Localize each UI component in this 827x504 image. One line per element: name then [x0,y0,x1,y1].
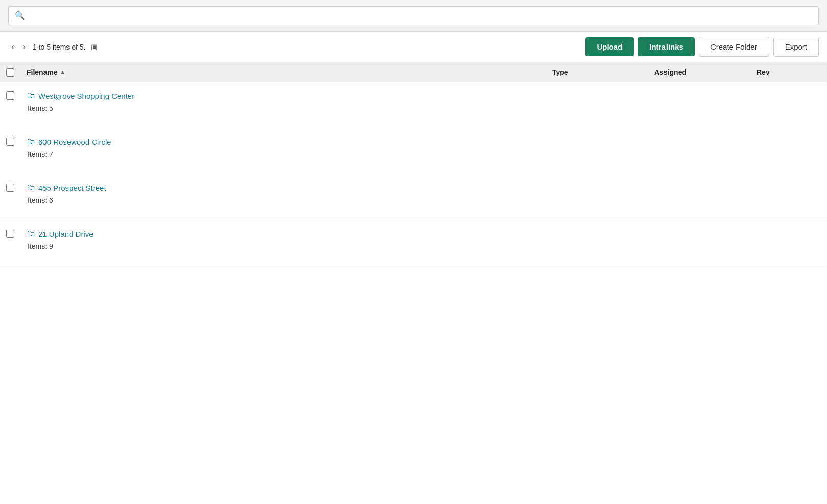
upload-button[interactable]: Upload [585,37,634,56]
type-column-header: Type [546,68,648,76]
filename-label: Filename [27,68,58,76]
search-icon: 🔍 [15,11,25,20]
folder-name-2: 455 Prospect Street [38,184,106,192]
table-row: 🗂 Westgrove Shopping Center Items: 5 [0,82,827,128]
intralinks-button[interactable]: Intralinks [638,37,695,56]
folder-icon-2: 🗂 [27,182,35,193]
search-input[interactable] [29,11,812,20]
assigned-column-header: Assigned [648,68,750,76]
filename-content-2: 🗂 455 Prospect Street Items: 6 [20,182,546,204]
toolbar: ‹ › 1 to 5 items of 5. ▣ Upload Intralin… [0,32,827,62]
row-checkbox-0[interactable] [6,91,14,100]
select-all-checkbox[interactable] [6,68,14,77]
search-bar-container: 🔍 [0,0,827,32]
row-checkbox-2[interactable] [6,184,14,192]
table-body: 🗂 Westgrove Shopping Center Items: 5 🗂 6… [0,82,827,266]
folder-name-1: 600 Rosewood Circle [38,138,111,146]
row-checkbox-cell [0,182,20,192]
header-checkbox-cell [0,67,20,77]
folder-link-2[interactable]: 🗂 455 Prospect Street [27,182,540,193]
export-button[interactable]: Export [773,37,819,57]
create-folder-button[interactable]: Create Folder [699,37,769,57]
items-count-3: Items: 9 [28,242,53,250]
prev-button[interactable]: ‹ [8,40,17,53]
row-checkbox-1[interactable] [6,138,14,146]
table-header: Filename ▲ Type Assigned Rev [0,62,827,82]
next-button[interactable]: › [19,40,29,53]
row-checkbox-cell [0,228,20,238]
search-bar: 🔍 [8,6,819,25]
filename-column-header: Filename ▲ [20,68,546,76]
pagination-text: 1 to 5 items of 5. [33,43,86,51]
folder-link-0[interactable]: 🗂 Westgrove Shopping Center [27,90,540,101]
rev-column-header: Rev [750,68,827,76]
table-row: 🗂 21 Upland Drive Items: 9 [0,220,827,266]
row-checkbox-3[interactable] [6,230,14,238]
folder-icon-0: 🗂 [27,90,35,101]
folder-link-3[interactable]: 🗂 21 Upland Drive [27,228,540,239]
folder-name-0: Westgrove Shopping Center [38,91,134,100]
table-row: 🗂 600 Rosewood Circle Items: 7 [0,128,827,174]
row-checkbox-cell [0,90,20,100]
table-row: 🗂 455 Prospect Street Items: 6 [0,174,827,220]
items-count-1: Items: 7 [28,150,53,158]
row-checkbox-cell [0,136,20,146]
folder-name-3: 21 Upland Drive [38,230,94,238]
sort-icon[interactable]: ▲ [60,68,66,76]
filter-icon[interactable]: ▣ [91,43,97,51]
filename-content-1: 🗂 600 Rosewood Circle Items: 7 [20,136,546,158]
folder-icon-1: 🗂 [27,136,35,147]
items-count-0: Items: 5 [28,104,53,112]
folder-icon-3: 🗂 [27,228,35,239]
folder-link-1[interactable]: 🗂 600 Rosewood Circle [27,136,540,147]
filename-content-0: 🗂 Westgrove Shopping Center Items: 5 [20,90,546,112]
filename-content-3: 🗂 21 Upland Drive Items: 9 [20,228,546,250]
items-count-2: Items: 6 [28,196,53,204]
pagination-nav: ‹ › 1 to 5 items of 5. ▣ [8,40,581,53]
